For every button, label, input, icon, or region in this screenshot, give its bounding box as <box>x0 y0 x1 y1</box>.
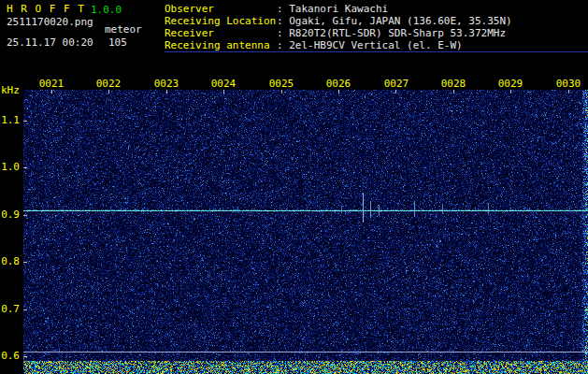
hrofft-window: H R O F F T 1.0.0 2511170020.png meteor … <box>0 0 588 374</box>
x-tick-0024: 0024 <box>210 79 237 89</box>
info-value: : R820T2(RTL-SDR) SDR-Sharp 53.372MHz <box>277 27 506 39</box>
y-axis-unit: kHz <box>1 85 20 95</box>
y-tick-1.1: 1.1 <box>0 115 20 125</box>
info-row-antenna: Receiving antenna : 2el-HB9CV Vertical (… <box>165 39 512 51</box>
info-label: Receiving antenna <box>165 39 277 51</box>
x-tick-0022: 0022 <box>95 79 122 89</box>
info-row-receiver: Receiver : R820T2(RTL-SDR) SDR-Sharp 53.… <box>165 27 512 39</box>
count-value: 105 <box>108 37 127 48</box>
filename: 2511170020.png <box>7 17 93 27</box>
info-label: Receiving Location <box>165 15 277 27</box>
info-row-observer: Observer : Takanori Kawachi <box>165 3 512 15</box>
info-label: Observer <box>165 3 277 15</box>
app-version: 1.0.0 <box>91 5 122 15</box>
info-value: : 2el-HB9CV Vertical (el. E-W) <box>277 39 463 51</box>
info-underline <box>165 51 588 52</box>
info-row-location: Receiving Location : Ogaki, Gifu, JAPAN … <box>165 15 512 27</box>
y-tick-0.9: 0.9 <box>0 209 20 220</box>
x-tick-0029: 0029 <box>497 79 523 89</box>
y-tick-0.8: 0.8 <box>0 256 20 266</box>
info-value: : Ogaki, Gifu, JAPAN (136.60E, 35.35N) <box>277 15 512 27</box>
timestamp: 25.11.17 00:20 <box>7 37 93 48</box>
mode-label: meteor <box>105 24 142 35</box>
y-tick-0.6: 0.6 <box>0 351 20 361</box>
x-tick-0023: 0023 <box>153 79 179 89</box>
spectrogram-canvas <box>23 90 588 374</box>
x-tick-0026: 0026 <box>325 79 351 89</box>
info-value: : Takanori Kawachi <box>277 3 388 15</box>
station-info: Observer : Takanori Kawachi Receiving Lo… <box>165 3 512 51</box>
x-tick-0025: 0025 <box>268 79 294 89</box>
x-tick-0021: 0021 <box>38 79 65 89</box>
x-tick-0028: 0028 <box>440 79 466 89</box>
x-tick-0027: 0027 <box>383 79 409 89</box>
info-label: Receiver <box>165 27 277 39</box>
app-title: H R O F F T <box>7 4 85 14</box>
x-tick-0030: 0030 <box>555 79 581 89</box>
y-tick-1.0: 1.0 <box>0 162 20 172</box>
y-tick-0.7: 0.7 <box>0 304 20 314</box>
